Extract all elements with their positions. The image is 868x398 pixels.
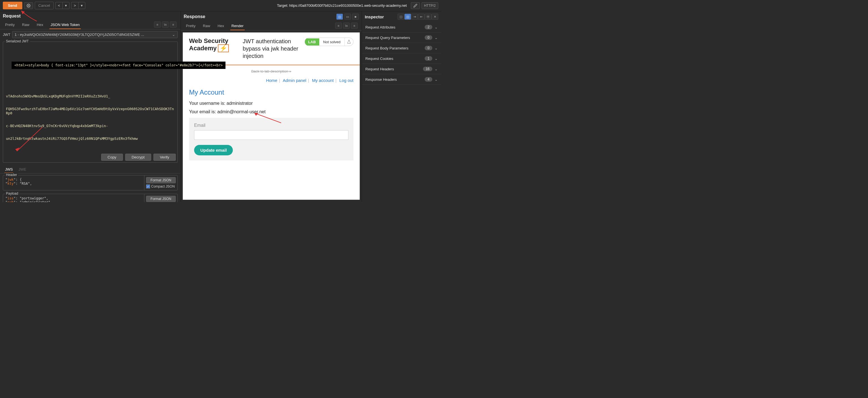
history-nav: < ▾ <box>55 2 69 9</box>
lab-state: Not solved <box>319 38 344 45</box>
request-panel: Request Pretty Raw Hex JSON Web Token ≡ … <box>0 11 181 202</box>
header-compact-checkbox[interactable]: ✓ <box>146 185 150 189</box>
menu-icon[interactable]: ≡ <box>170 22 177 28</box>
email-line: Your email is: admin@normal-user.net <box>189 109 353 114</box>
newline-icon[interactable]: \n <box>162 22 169 28</box>
tab-jwt[interactable]: JSON Web Token <box>50 21 81 29</box>
chevron-down-icon: ⌄ <box>435 46 438 50</box>
request-title: Request <box>3 13 178 19</box>
inspector-row-label: Request Cookies <box>365 57 425 61</box>
resp-menu-icon[interactable]: ≡ <box>351 23 358 29</box>
layout-stack-icon[interactable]: ▭ <box>344 13 351 20</box>
inspector-row-count: 0 <box>425 46 432 50</box>
insp-expand-icon[interactable]: ⇤ <box>418 13 425 20</box>
nav-links: Home| Admin panel| My account| Log out <box>183 75 360 86</box>
nav-admin[interactable]: Admin panel <box>283 78 306 83</box>
chevron-down-icon: ⌄ <box>435 36 438 40</box>
response-title: Response <box>184 14 336 19</box>
payload-code[interactable]: "iss": "portswigger", "sub": "administra… <box>3 194 144 202</box>
inspector-row-5[interactable]: Response Headers4⌄ <box>362 74 441 85</box>
inspector-row-count: 4 <box>425 77 432 81</box>
insp-collapse-icon[interactable]: ⇥ <box>411 13 418 20</box>
email-input[interactable] <box>194 130 348 140</box>
insp-gear-icon[interactable] <box>425 13 431 20</box>
tab-pretty[interactable]: Pretty <box>4 21 16 29</box>
insp-close-icon[interactable]: ✕ <box>431 13 438 20</box>
chevron-down-icon: ⌄ <box>435 67 438 71</box>
jwt-label: JWT <box>3 32 10 37</box>
cancel-button[interactable]: Cancel <box>35 2 54 9</box>
edit-target-icon[interactable] <box>411 2 420 9</box>
send-button[interactable]: Send <box>3 2 22 9</box>
wsa-logo: Web Security Academy⚡ <box>189 38 237 52</box>
inspector-row-2[interactable]: Request Body Parameters0⌄ <box>362 43 441 54</box>
tab-hex[interactable]: Hex <box>36 21 44 29</box>
verify-button[interactable]: Verify <box>153 154 176 161</box>
inspector-row-count: 1 <box>425 56 432 61</box>
history-forward-button[interactable]: > <box>71 2 78 9</box>
account-title: My Account <box>189 89 353 96</box>
resp-tab-raw[interactable]: Raw <box>202 22 211 30</box>
layout-single-icon[interactable]: ■ <box>352 13 359 20</box>
nav-account[interactable]: My account <box>312 78 334 83</box>
serialized-textarea[interactable]: <html><style>body { font-size:"13pt" }</… <box>3 42 178 152</box>
bolt-icon: ⚡ <box>218 44 229 52</box>
inspector-row-4[interactable]: Request Headers16⌄ <box>362 64 441 74</box>
svg-point-1 <box>428 16 429 17</box>
inspector-row-label: Request Query Parameters <box>365 36 425 40</box>
resp-newline-icon[interactable]: \n <box>343 23 350 29</box>
decrypt-button[interactable]: Decrypt <box>125 154 151 161</box>
history-nav-fwd: > ▾ <box>71 2 85 9</box>
resp-tab-render[interactable]: Render <box>230 22 245 30</box>
insp-layout1-icon[interactable]: ◫ <box>398 13 404 20</box>
response-tabs: Pretty Raw Hex Render ≡ \n ≡ <box>181 21 362 31</box>
html-tooltip: <html><style>body { font-size:"13pt" }</… <box>11 62 225 69</box>
update-email-button[interactable]: Update email <box>194 145 233 155</box>
resp-tab-pretty[interactable]: Pretty <box>185 22 197 30</box>
inspector-row-count: 2 <box>425 25 432 29</box>
payload-format-json[interactable]: Format JSON <box>146 196 176 202</box>
wrap-icon[interactable]: ≡ <box>154 22 161 28</box>
render-pane: Web Security Academy⚡ JWT authentication… <box>183 32 360 200</box>
inspector-row-label: Response Headers <box>365 77 425 81</box>
inspector-row-label: Request Attributes <box>365 25 425 29</box>
response-panel: Response ◫ ▭ ■ Pretty Raw Hex Render ≡ \… <box>181 11 362 202</box>
jwt-select[interactable]: 1 - eyJraWQiOiI3ZWM4MjY2I0MS03MjY3LTQ2OT… <box>12 31 178 38</box>
chevron-down-icon: ⌄ <box>435 57 438 61</box>
inspector-row-3[interactable]: Request Cookies1⌄ <box>362 54 441 64</box>
header-code[interactable]: "jwk": { "kty": "RSA", <box>3 175 144 190</box>
nav-home[interactable]: Home <box>266 78 277 83</box>
lab-badge: LAB <box>305 38 319 45</box>
inspector-row-count: 16 <box>423 67 432 71</box>
layout-split-icon[interactable]: ◫ <box>336 13 343 20</box>
inspector-row-label: Request Body Parameters <box>365 46 425 50</box>
inspector-row-count: 0 <box>425 35 432 40</box>
payload-legend: Payload <box>5 192 19 196</box>
inspector-row-1[interactable]: Request Query Parameters0⌄ <box>362 32 441 43</box>
compact-json-label: Compact JSON <box>151 185 175 189</box>
subtab-jwe[interactable]: JWE <box>18 166 27 173</box>
header-fieldset: Header "jwk": { "kty": "RSA", Format JSO… <box>3 175 178 190</box>
resp-wrap-icon[interactable]: ≡ <box>335 23 342 29</box>
subtab-jws[interactable]: JWS <box>4 166 13 173</box>
gear-icon[interactable] <box>24 2 33 9</box>
header-legend: Header <box>5 173 18 177</box>
inspector-title: Inspector <box>365 14 398 19</box>
payload-fieldset: Payload "iss": "portswigger", "sub": "ad… <box>3 194 178 202</box>
nav-logout[interactable]: Log out <box>339 78 353 83</box>
target-label: Target: https://0a8700bf030f7b82c21ce931… <box>277 3 407 8</box>
copy-button[interactable]: Copy <box>101 154 123 161</box>
header-format-json[interactable]: Format JSON <box>146 177 176 183</box>
history-back-dropdown[interactable]: ▾ <box>62 2 69 9</box>
tab-raw[interactable]: Raw <box>21 21 31 29</box>
insp-layout2-icon[interactable]: ◫ <box>404 13 411 20</box>
jwt-subtabs: JWS JWE <box>0 164 181 173</box>
lab-status: LAB Not solved <box>305 38 353 46</box>
resp-tab-hex[interactable]: Hex <box>216 22 225 30</box>
serialized-jwt-area: Serialized JWT <html><style>body { font-… <box>3 41 178 163</box>
chevron-down-icon: ⌄ <box>435 77 438 81</box>
history-forward-dropdown[interactable]: ▾ <box>78 2 85 9</box>
history-back-button[interactable]: < <box>55 2 62 9</box>
inspector-row-0[interactable]: Request Attributes2⌄ <box>362 22 441 32</box>
http-version-badge[interactable]: HTTP/2 <box>422 2 438 9</box>
